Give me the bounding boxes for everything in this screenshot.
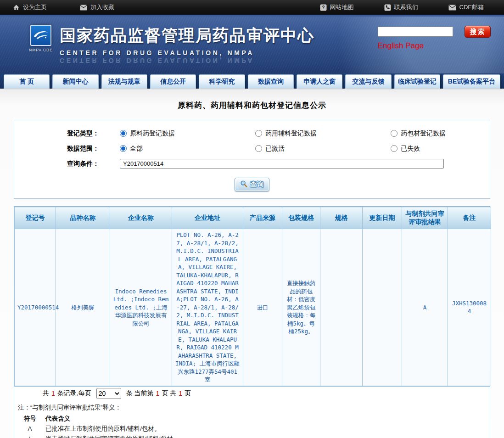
cell-package-spec: 直接接触药品的药包材：低密度聚乙烯袋包装规格：每桶5kg。每桶25kg。 <box>282 229 320 386</box>
nmpa-cde-logo-icon <box>30 25 51 46</box>
topbar: 设为主页 加入收藏 ? 网站地图 联系我们 CDE邮箱 <box>0 0 504 15</box>
results-table-container: 登记号 品种名称 企业名称 企业地址 产品来源 包装规格 规格 更新日期 与制剂… <box>14 206 490 438</box>
per-page-select[interactable]: 20 <box>96 388 121 399</box>
scope-radio-expired[interactable] <box>391 145 398 152</box>
query-condition-label: 查询条件： <box>14 160 99 168</box>
nav-tab-data-query[interactable]: 数据查询 <box>248 74 294 89</box>
reg-type-label: 登记类型： <box>14 129 99 138</box>
envelope-icon <box>80 5 87 11</box>
cell-remark: JXHS1300084 <box>448 229 491 386</box>
page-title: 原料药、药用辅料和药包材登记信息公示 <box>0 100 504 111</box>
scope-option-expired[interactable]: 已失效 <box>391 145 504 153</box>
col-header-product-source: 产品来源 <box>243 207 282 229</box>
add-favorite-link[interactable]: 加入收藏 <box>80 3 114 11</box>
cell-company-name: Indoco Remedies Ltd. ;Indoco Remedies Lt… <box>110 229 172 386</box>
main-content: 原料药、药用辅料和药包材登记信息公示 登记类型： 原料药登记数据 药用辅料登记数… <box>0 89 504 438</box>
nav-tab-be-platform[interactable]: BE试验备案平台 <box>443 74 500 89</box>
pagination-bar: 共 1 条记录,每页 20 条 当前第 1 页 共 1 页 <box>14 386 490 401</box>
col-header-package-spec: 包装规格 <box>282 207 320 229</box>
notes-symbol-header: 符号 <box>18 414 42 424</box>
scope-radio-activated[interactable] <box>255 145 262 152</box>
cell-product-source: 进口 <box>243 229 282 386</box>
nav-tab-research[interactable]: 科学研究 <box>199 74 245 89</box>
reg-type-option-packaging[interactable]: 药包材登记数据 <box>391 129 504 138</box>
logo-caption: NMPA CDE <box>26 48 56 52</box>
pager-mid2: 条 当前第 <box>126 389 154 398</box>
contact-link[interactable]: 联系我们 <box>384 3 418 11</box>
pager-suffix: 页 <box>185 389 191 398</box>
note-symbol-i: I <box>18 434 42 438</box>
note-meaning-i: 尚未通过与制剂共同审评审批的原料/辅料/包材。 <box>42 434 179 438</box>
nav-tab-home[interactable]: 首 页 <box>4 74 50 89</box>
col-header-spec: 规格 <box>320 207 363 229</box>
notes-meaning-header: 代表含义 <box>42 414 70 424</box>
nav-tab-news[interactable]: 新闻中心 <box>52 74 98 89</box>
data-scope-label: 数据范围： <box>14 145 99 153</box>
record-count: 1 <box>51 390 55 397</box>
reg-type-option-excipient[interactable]: 药用辅料登记数据 <box>255 129 391 138</box>
nav-tab-feedback[interactable]: 交流与反馈 <box>345 74 391 89</box>
svg-text:?: ? <box>322 5 325 10</box>
col-header-joint-review: 与制剂共同审评审批结果 <box>402 207 448 229</box>
site-title-chinese: 国家药品监督管理局药品审评中心 <box>60 25 314 46</box>
scope-radio-all[interactable] <box>120 145 127 152</box>
reg-type-radio-packaging[interactable] <box>391 130 398 137</box>
nav-tab-disclosure[interactable]: 信息公开 <box>150 74 196 89</box>
pager-mid1: 条记录,每页 <box>57 389 91 398</box>
reg-type-radio-excipient[interactable] <box>255 130 262 137</box>
cell-product-name: 格列美脲 <box>56 229 110 386</box>
reg-type-radio-api[interactable] <box>120 130 127 137</box>
col-header-reg-no: 登记号 <box>15 207 56 229</box>
cell-spec <box>320 229 363 386</box>
site-header: NMPA CDE 国家药品监督管理局药品审评中心 CENTER FOR DRUG… <box>0 15 504 73</box>
nav-tab-applicant[interactable]: 申请人之窗 <box>297 74 342 89</box>
cde-mail-label: CDE邮箱 <box>459 3 484 11</box>
notes-title: 注：“与制剂共同审评审批结果”释义： <box>18 403 486 413</box>
contact-label: 联系我们 <box>394 3 418 11</box>
current-page: 1 <box>156 390 160 397</box>
site-title-english-reflection: CENTER FOR DRUG EVALUATION, NMPA <box>60 57 314 64</box>
note-row-a: A 已批准在上市制剂使用的原料/辅料/包材。 <box>18 424 486 434</box>
table-row: Y20170000514 格列美脲 Indoco Remedies Ltd. ;… <box>15 229 491 386</box>
pager-prefix: 共 <box>43 389 49 398</box>
phone-icon <box>384 4 391 11</box>
col-header-company-address: 企业地址 <box>172 207 243 229</box>
home-icon <box>13 4 20 11</box>
results-table: 登记号 品种名称 企业名称 企业地址 产品来源 包装规格 规格 更新日期 与制剂… <box>14 207 491 386</box>
scope-option-activated[interactable]: 已激活 <box>255 145 391 153</box>
nav-tab-clinical-trial[interactable]: 临床试验登记 <box>394 74 440 89</box>
site-title-english: CENTER FOR DRUG EVALUATION, NMPA <box>60 49 314 56</box>
reg-type-option-api[interactable]: 原料药登记数据 <box>120 129 255 138</box>
col-header-company-name: 企业名称 <box>110 207 172 229</box>
english-page-link[interactable]: English Page <box>378 41 424 51</box>
query-condition-input[interactable] <box>120 159 444 168</box>
mail-icon <box>448 5 456 11</box>
pager-mid3: 页 共 <box>162 389 176 398</box>
set-home-link[interactable]: 设为主页 <box>13 3 47 11</box>
legend-notes: 注：“与制剂共同审评审批结果”释义： 符号 代表含义 A 已批准在上市制剂使用的… <box>14 401 490 438</box>
site-logo[interactable]: NMPA CDE <box>26 25 56 52</box>
query-form-panel: 登记类型： 原料药登记数据 药用辅料登记数据 药包材登记数据 <box>14 120 490 199</box>
cell-company-address: PLOT NO. A-26, A-27, A-28/1, A-28/2, M.I… <box>172 229 243 386</box>
query-button-label: 查询 <box>250 180 264 189</box>
cell-joint-review-result: A <box>402 229 448 386</box>
nav-tab-regulations[interactable]: 法规与规章 <box>101 74 147 89</box>
sitemap-link[interactable]: ? 网站地图 <box>320 3 354 11</box>
sitemap-label: 网站地图 <box>330 3 354 11</box>
note-symbol-a: A <box>18 424 42 434</box>
cde-mail-link[interactable]: CDE邮箱 <box>448 3 484 11</box>
page: 设为主页 加入收藏 ? 网站地图 联系我们 CDE邮箱 <box>0 0 504 438</box>
main-nav: 首 页 新闻中心 法规与规章 信息公开 科学研究 数据查询 申请人之窗 交流与反… <box>0 73 504 89</box>
site-search-button[interactable]: 搜索 <box>465 26 491 38</box>
col-header-product-name: 品种名称 <box>56 207 110 229</box>
site-search-input[interactable] <box>378 27 453 37</box>
cell-update-date <box>363 229 402 386</box>
note-meaning-a: 已批准在上市制剂使用的原料/辅料/包材。 <box>42 424 161 434</box>
query-button[interactable]: 查询 <box>235 178 269 191</box>
total-pages: 1 <box>179 390 182 397</box>
scope-option-all[interactable]: 全部 <box>120 145 255 153</box>
add-favorite-label: 加入收藏 <box>90 3 114 11</box>
table-header-row: 登记号 品种名称 企业名称 企业地址 产品来源 包装规格 规格 更新日期 与制剂… <box>15 207 491 229</box>
magnifier-icon <box>240 180 248 189</box>
set-home-label: 设为主页 <box>23 3 47 11</box>
